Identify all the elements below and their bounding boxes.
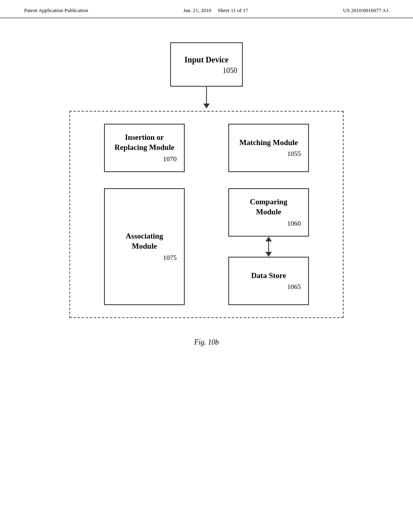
comparing-number: 1060 [233,220,304,228]
insertion-replacing-title: Insertion orReplacing Module [115,133,174,152]
insertion-replacing-col: Insertion orReplacing Module 1070 [82,124,206,172]
bidir-arrow-line [268,241,269,252]
data-store-title: Data Store [251,271,286,281]
matching-col: Matching Module 1055 [206,124,331,172]
arrow-head [203,104,210,108]
matching-number: 1055 [233,150,304,158]
input-device-title: Input Device [184,54,228,65]
figure-caption: Fig. 10b [194,338,219,347]
header-sheet: Sheet 11 of 17 [218,7,248,13]
bidir-arrow-head-down [265,252,272,257]
bidir-arrow-head-up [265,237,272,241]
header-date: Jan. 21, 2010 [183,7,211,13]
modules-row2: AssociatingModule 1075 ComparingModule 1… [82,188,331,305]
page-header: Patent Application Publication Jan. 21, … [0,0,413,18]
insertion-replacing-box: Insertion orReplacing Module 1070 [104,124,185,172]
data-store-box: Data Store 1065 [228,257,309,305]
dashed-container: Insertion orReplacing Module 1070 Matchi… [69,111,344,318]
data-store-number: 1065 [233,283,304,291]
insertion-replacing-number: 1070 [109,155,180,163]
comparing-box: ComparingModule 1060 [228,188,309,237]
input-device-box: Input Device 1050 [170,42,243,87]
header-publication-label: Patent Application Publication [24,7,88,14]
arrow-input-to-dashed [203,87,210,111]
modules-row1: Insertion orReplacing Module 1070 Matchi… [82,124,331,172]
bidir-arrow-comparing-datastore [265,237,272,257]
matching-title: Matching Module [239,138,298,148]
associating-box: AssociatingModule 1075 [104,188,185,305]
matching-box: Matching Module 1055 [228,124,309,172]
header-patent-number: US 2010/0016077 A1 [343,7,389,14]
diagram-area: Input Device 1050 Insertion orReplacing … [0,42,413,347]
associating-title: AssociatingModule [126,231,163,251]
input-device-number: 1050 [171,66,242,75]
comparing-col: ComparingModule 1060 Data Store 1065 [206,188,331,305]
comparing-title: ComparingModule [250,197,288,217]
associating-number: 1075 [109,254,180,262]
header-date-sheet: Jan. 21, 2010 Sheet 11 of 17 [183,7,248,14]
associating-col: AssociatingModule 1075 [82,188,206,305]
arrow-line [206,87,207,104]
